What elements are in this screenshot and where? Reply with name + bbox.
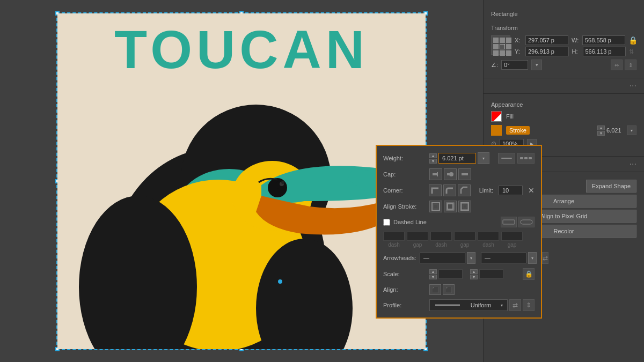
stroke-value: 6.021 [606, 127, 625, 134]
scale2-down[interactable]: ▼ [470, 275, 478, 279]
align-stroke-label: Align Stroke: [383, 203, 426, 210]
svg-rect-17 [524, 157, 528, 159]
dash-pattern-1[interactable] [498, 153, 515, 164]
dashed-label: Dashed Line [393, 219, 427, 225]
stroke-label-active[interactable]: Stroke [506, 126, 530, 135]
corner-icons [429, 184, 471, 196]
stroke-swatch[interactable] [491, 125, 502, 136]
dash-label-1: dash [388, 242, 400, 248]
align-right[interactable]: ⬛ [443, 284, 455, 295]
lock-proportions-icon[interactable]: 🔒 [628, 36, 638, 45]
w-input[interactable] [582, 35, 625, 45]
w-label: W: [572, 37, 579, 43]
corner-bevel[interactable] [458, 184, 471, 196]
angle-dropdown[interactable]: ▾ [531, 60, 542, 70]
dash-corner-1[interactable] [501, 217, 517, 227]
gap-label-2: gap [460, 242, 470, 248]
gap-label-3: gap [508, 242, 517, 248]
gap-label-1: gap [413, 242, 422, 248]
svg-rect-25 [434, 204, 438, 209]
svg-rect-19 [433, 173, 437, 175]
dashed-checkbox[interactable] [383, 219, 390, 226]
corner-label: Corner: [383, 187, 426, 194]
reference-point-icon[interactable] [491, 35, 510, 55]
weight-unit-dropdown[interactable]: ▾ [478, 152, 489, 164]
appearance-label: Appearance [491, 101, 636, 108]
dash-label-3: dash [482, 242, 494, 248]
dash-3[interactable] [478, 232, 499, 241]
cap-icons [429, 168, 471, 180]
align-stroke-icons [429, 201, 471, 212]
dash-corner-2[interactable] [518, 217, 535, 227]
stroke-dropdown[interactable]: ▾ [627, 125, 636, 135]
gap-1[interactable] [407, 232, 428, 241]
svg-rect-20 [437, 172, 438, 176]
weight-spinner-up[interactable]: ▲ [429, 153, 437, 158]
scale1-input[interactable] [438, 269, 463, 279]
arrowhead-end[interactable]: — [481, 253, 526, 263]
corner-miter[interactable] [429, 184, 442, 196]
arrowhead-dropdown-1[interactable]: ▾ [467, 252, 475, 264]
weight-label: Weight: [383, 155, 426, 161]
dashed-line-row: Dashed Line [383, 217, 535, 227]
angle-input[interactable] [501, 60, 528, 70]
h-input[interactable] [583, 47, 626, 56]
gap-2[interactable] [454, 232, 475, 241]
more-options-button[interactable]: ··· [484, 82, 644, 90]
align-inside[interactable] [444, 201, 457, 212]
limit-label: Limit: [479, 187, 493, 194]
stroke-popup: Weight: ▲ ▼ ▾ Cap: [376, 145, 542, 319]
scale1-up[interactable]: ▲ [429, 269, 437, 274]
close-popup-button[interactable]: ✕ [528, 187, 535, 194]
arrowhead-start[interactable]: — [420, 253, 465, 263]
scale2-up[interactable]: ▲ [470, 269, 478, 274]
align-outside[interactable] [458, 201, 471, 212]
align-left[interactable]: ⬛ [429, 284, 441, 295]
svg-rect-23 [462, 173, 468, 175]
angle-label: ∠: [491, 62, 498, 69]
flip-profile-button[interactable]: ⇄ [509, 299, 521, 311]
svg-rect-16 [520, 157, 523, 159]
swap-arrowheads-button[interactable]: ⇄ [542, 252, 548, 264]
svg-point-11 [278, 279, 282, 284]
transform-label: Transform [491, 25, 636, 31]
profile-settings-button[interactable]: ⇕ [523, 299, 535, 311]
arrowhead-dropdown-2[interactable]: ▾ [528, 252, 537, 264]
dash-1[interactable] [383, 232, 405, 241]
dash-pattern-2[interactable] [517, 153, 535, 164]
expand-shape-button[interactable]: Expand Shape [586, 180, 636, 193]
svg-rect-31 [521, 220, 532, 224]
cap-butt[interactable] [429, 168, 442, 180]
weight-input[interactable] [438, 153, 476, 164]
align-center[interactable] [429, 201, 442, 212]
artwork-inner: TOUCAN [57, 13, 426, 349]
fill-label: Fill [506, 113, 514, 120]
y-input[interactable] [525, 47, 569, 56]
cap-round[interactable] [444, 168, 457, 180]
flip-v-icon[interactable]: ⇕ [625, 60, 636, 70]
profile-label: Profile: [383, 302, 426, 308]
profile-value: Uniform [471, 302, 492, 308]
flip-icon[interactable]: ⇅ [629, 48, 638, 55]
artwork-title: TOUCAN [57, 19, 426, 80]
scale1-down[interactable]: ▼ [429, 275, 437, 279]
fill-swatch[interactable] [491, 111, 502, 122]
weight-spinner-down[interactable]: ▼ [429, 159, 437, 164]
svg-point-10 [281, 181, 284, 184]
x-input[interactable] [525, 35, 568, 45]
gap-3[interactable] [501, 232, 523, 241]
svg-rect-27 [448, 204, 453, 209]
h-label: H: [572, 48, 580, 55]
stroke-spinner-up[interactable]: ▲ ▼ [597, 125, 605, 136]
align-icons: ⬛ ⬛ [429, 284, 455, 295]
dash-2[interactable] [430, 232, 452, 241]
svg-rect-29 [463, 205, 466, 208]
svg-rect-15 [501, 158, 512, 159]
corner-round[interactable] [443, 184, 456, 196]
object-type-label: Rectangle [491, 11, 636, 17]
link-scale-button[interactable]: 🔒 [523, 268, 535, 280]
cap-square[interactable] [458, 168, 471, 180]
limit-input[interactable] [499, 186, 523, 195]
flip-h-icon[interactable]: ⇔ [611, 60, 623, 70]
scale2-input[interactable] [479, 269, 503, 279]
